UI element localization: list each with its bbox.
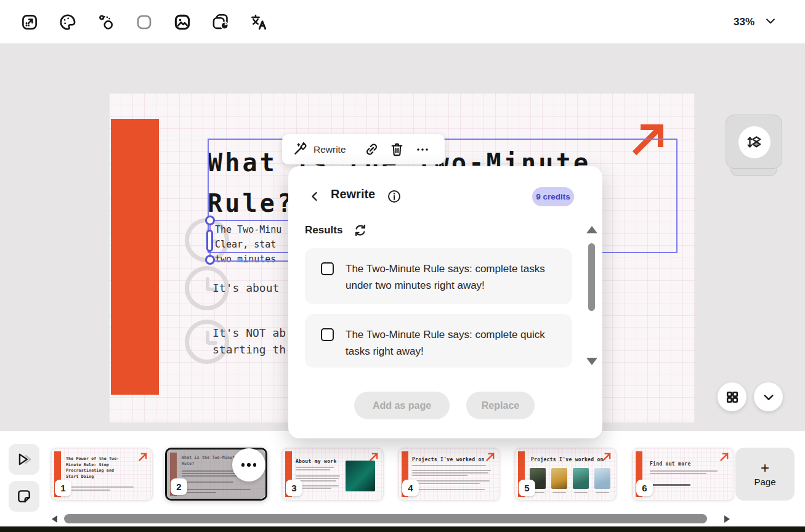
rewrite-label: Rewrite [314, 144, 346, 155]
thumb-body-line [650, 473, 706, 474]
result-text: The Two-Minute Rule says: complete quick… [346, 326, 561, 357]
more-options-button[interactable] [410, 142, 435, 157]
thumb-photo [573, 468, 589, 489]
chevron-down-icon[interactable] [764, 15, 777, 30]
theme-palette-icon[interactable] [57, 11, 79, 33]
thumb-title: About my work [296, 458, 345, 465]
thumb-body-line [412, 472, 488, 474]
thumb-body-line [296, 480, 336, 482]
rewrite-button[interactable]: Rewrite [292, 140, 346, 159]
thumb-caption-line [574, 492, 588, 493]
page-number: 5 [519, 480, 535, 496]
plus-icon: + [761, 461, 769, 475]
thumb-body-line [296, 478, 339, 479]
rewrite-result-2[interactable]: The Two-Minute Rule says: complete quick… [305, 314, 572, 368]
duplicate-page-icon[interactable] [209, 11, 232, 33]
thumb-arrow-icon [719, 452, 729, 465]
animate-icon[interactable] [95, 11, 117, 33]
app-window: 33% What is the Two-Minute Rule? The Two… [0, 0, 805, 532]
page-thumbnail-4[interactable]: Projects I've worked on 4 [398, 448, 500, 501]
page-thumbnail-2[interactable]: What is the Two-Minute Rule? 2 [165, 448, 267, 501]
results-label: Results [305, 224, 342, 236]
thumb-arrow-icon [137, 452, 148, 465]
result-text: The Two-Minute Rule says: complete tasks… [346, 260, 561, 293]
thumbnail-more-button[interactable] [232, 448, 265, 482]
thumb-body-line [412, 489, 485, 490]
page-thumbnail-3[interactable]: About my work 3 [281, 448, 384, 501]
filmstrip-scrollbar[interactable] [64, 514, 707, 523]
selection-handle-bottom[interactable] [205, 255, 215, 265]
add-page-button[interactable]: + Page [735, 448, 795, 501]
magic-wand-icon [292, 140, 308, 159]
link-button[interactable] [360, 142, 385, 157]
panel-title: Rewrite [331, 187, 375, 201]
thumb-photo [594, 468, 610, 489]
results-header: Results [305, 223, 368, 238]
thumb-body-line [650, 470, 718, 472]
filmstrip-scroll-right[interactable] [724, 515, 730, 523]
thumb-title: Projects I've worked on [531, 456, 614, 463]
thumb-body-line [66, 486, 134, 488]
zoom-level: 33% [734, 16, 754, 28]
scroll-up-arrow[interactable] [586, 226, 597, 233]
thumb-title: The Power of the Two-Minute Rule: Stop P… [66, 456, 127, 480]
page-thumbnail-5[interactable]: Projects I've worked on 5 [514, 448, 617, 501]
thumb-photo [551, 468, 567, 489]
slide-accent-bar[interactable] [111, 119, 159, 395]
add-page-label: Page [754, 477, 775, 487]
bottom-edge-bar [0, 526, 805, 532]
thumb-title: Find out more [650, 461, 718, 467]
scroll-down-arrow[interactable] [586, 358, 597, 365]
frame-icon[interactable] [133, 11, 155, 33]
page-number: 4 [402, 480, 419, 496]
slide-point-1[interactable]: It's about [212, 280, 279, 296]
tool-row [18, 0, 270, 44]
collapse-filmstrip-button[interactable] [754, 382, 783, 411]
page-number: 2 [171, 478, 187, 495]
thumb-body-line [412, 480, 490, 482]
zoom-control[interactable]: 33% [734, 0, 777, 44]
thumb-body-line [412, 465, 486, 466]
filmstrip: The Power of the Two-Minute Rule: Stop P… [0, 431, 805, 532]
thumb-body-line [296, 469, 330, 470]
credits-badge: 9 credits [532, 187, 574, 206]
page-thumbnail-1[interactable]: The Power of the Two-Minute Rule: Stop P… [51, 448, 153, 501]
thumb-caption-line [596, 492, 609, 493]
thumb-body-line [296, 467, 334, 468]
top-toolbar: 33% [0, 0, 805, 44]
result-checkbox[interactable] [321, 328, 334, 341]
slide-point-2[interactable]: It's NOT ab starting th [212, 324, 286, 358]
context-toolbar: Rewrite [282, 134, 445, 164]
page-number: 6 [636, 480, 653, 496]
thumb-caption-line [552, 492, 566, 493]
rewrite-result-1[interactable]: The Two-Minute Rule says: complete tasks… [305, 248, 572, 304]
thumb-photo-leaves [346, 461, 375, 491]
result-checkbox[interactable] [321, 262, 334, 275]
thumb-link-line [650, 484, 690, 486]
resize-icon[interactable] [18, 11, 41, 33]
replace-button[interactable]: Replace [466, 392, 535, 419]
media-icon[interactable] [171, 11, 193, 33]
layers-reorder-widget[interactable] [726, 115, 782, 169]
thumb-body-line [296, 475, 340, 477]
selection-handle-middle[interactable] [206, 230, 213, 252]
selection-handle-top[interactable] [205, 216, 215, 225]
scrollbar-thumb[interactable] [588, 243, 595, 311]
add-as-page-button[interactable]: Add as page [354, 392, 450, 419]
page-number: 1 [55, 480, 71, 496]
refresh-icon[interactable] [353, 223, 368, 238]
grid-view-button[interactable] [718, 382, 746, 411]
translate-icon[interactable] [248, 11, 270, 33]
rewrite-panel: Rewrite 9 credits Results The Two-Minute… [288, 166, 602, 438]
thumb-body-line [412, 475, 467, 476]
thumb-body-line [66, 490, 110, 491]
filmstrip-scroll-left[interactable] [52, 515, 57, 523]
page-thumbnail-6[interactable]: Find out more 6 [632, 448, 734, 501]
back-button[interactable] [307, 188, 323, 204]
delete-button[interactable] [384, 142, 410, 157]
notes-button[interactable] [9, 481, 39, 512]
thumb-title: Projects I've worked on [412, 456, 495, 463]
present-button[interactable] [9, 444, 39, 475]
layers-icon[interactable] [738, 126, 771, 158]
info-icon[interactable] [387, 189, 402, 204]
